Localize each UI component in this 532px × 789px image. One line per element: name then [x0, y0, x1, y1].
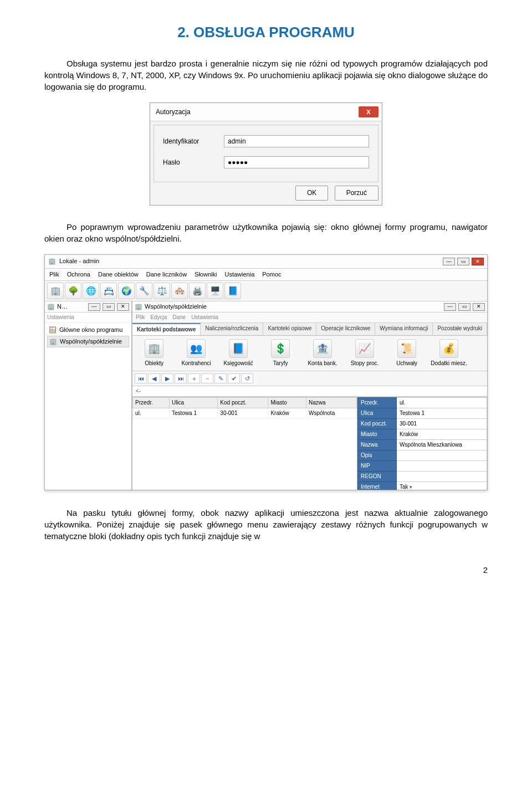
module-icon[interactable]: 🏦Konta bank.	[303, 339, 342, 367]
recnav-button[interactable]: ✎	[214, 373, 227, 383]
recnav-button[interactable]: －	[201, 373, 213, 383]
grid-col-header[interactable]: Kod poczt.	[218, 398, 268, 408]
child-icon: 🏢	[135, 303, 142, 311]
record-navigator: ⏮◀▶⏭＋－✎✔↺	[132, 371, 487, 386]
grid-col-header[interactable]: Nazwa	[306, 398, 356, 408]
child-tabs: Kartoteki podstawoweNaliczenia/rozliczen…	[132, 323, 487, 336]
nav-icon: 🏢	[47, 303, 55, 311]
child-menu-item[interactable]: Ustawienia	[191, 314, 218, 321]
toolbar-icon[interactable]: 🖨️	[189, 283, 206, 299]
toolbar-icon[interactable]: 🏘️	[171, 283, 188, 299]
nav-item[interactable]: 🪟Główne okno programu	[47, 325, 129, 335]
module-icon[interactable]: 📈Stopy proc.	[345, 339, 384, 367]
ok-button[interactable]: OK	[295, 186, 328, 201]
grid-cell: Testowa 1	[169, 408, 217, 419]
property-table[interactable]: Przedr.ul.UlicaTestowa 1Kod poczt.30-001…	[357, 397, 487, 490]
menu-item[interactable]: Plik	[49, 270, 59, 279]
module-icon[interactable]: 🏢Obiekty	[135, 339, 173, 367]
module-icon[interactable]: 📜Uchwały	[387, 339, 426, 367]
child-menu-item[interactable]: Plik	[136, 314, 145, 321]
property-row[interactable]: REGON	[358, 472, 487, 482]
menu-item[interactable]: Ustawienia	[224, 270, 254, 279]
toolbar-icon[interactable]: 🌐	[83, 283, 99, 299]
grid-col-header[interactable]: Miasto	[268, 398, 306, 408]
nav-min-button[interactable]: —	[88, 303, 100, 311]
toolbar-icon[interactable]: 🌳	[65, 283, 81, 299]
tab[interactable]: Pozostałe wydruki	[433, 323, 487, 335]
grid-cell: Wspólnota	[306, 408, 356, 419]
menu-item[interactable]: Słowniki	[195, 270, 217, 279]
grid-cell: 30-001	[218, 408, 268, 419]
tab[interactable]: Wymiana informacji	[375, 323, 433, 335]
tab[interactable]: Kartoteki opisowe	[263, 323, 316, 335]
property-row[interactable]: NIP	[358, 461, 487, 472]
property-row[interactable]: Przedr.ul.	[358, 398, 487, 408]
tab[interactable]: Naliczenia/rozliczenia	[201, 323, 263, 335]
grid-col-header[interactable]: Ulica	[169, 398, 217, 408]
navigator-pane: 🏢 N… — ▭ ✕ Ustawienia 🪟Główne okno progr…	[45, 301, 132, 490]
child-min-button[interactable]: —	[444, 303, 456, 311]
nav-close-button[interactable]: ✕	[117, 303, 129, 311]
auth-dialog-figure: Autoryzacja X Identyfikator Hasło OK Por…	[44, 103, 488, 206]
property-panel: Przedr.ul.UlicaTestowa 1Kod poczt.30-001…	[357, 397, 487, 490]
dialog-titlebar: Autoryzacja X	[150, 103, 382, 121]
module-icon[interactable]: 📘Księgowość	[219, 339, 258, 367]
property-row[interactable]: Kod poczt.30-001	[358, 419, 487, 429]
dialog-body: Identyfikator Hasło	[154, 125, 378, 182]
menu-item[interactable]: Dane obiektów	[98, 270, 139, 279]
toolbar-icon[interactable]: 🖥️	[207, 283, 223, 299]
app-toolbar: 🏢🌳🌐📇🌍🔧⚖️🏘️🖨️🖥️📘	[45, 281, 487, 301]
page-heading: 2. OBSŁUGA PROGRAMU	[44, 22, 488, 42]
child-menu-item[interactable]: Edycja	[150, 314, 167, 321]
paragraph-3: Na pasku tytułu głównej formy, obok nazw…	[44, 507, 488, 542]
grid-table[interactable]: Przedr.UlicaKod poczt.MiastoNazwa ul.Tes…	[132, 397, 357, 419]
app-menu-bar: PlikOchronaDane obiektówDane licznikówSł…	[45, 269, 487, 281]
toolbar-icon[interactable]: ⚖️	[154, 283, 170, 299]
recnav-button[interactable]: ↺	[241, 373, 253, 383]
menu-item[interactable]: Ochrona	[67, 270, 90, 279]
module-icon[interactable]: 👥Kontrahenci	[177, 339, 216, 367]
child-menu-bar: PlikEdycjaDaneUstawienia	[132, 312, 487, 323]
property-row[interactable]: MiastoKraków	[358, 429, 487, 440]
recnav-button[interactable]: ◀	[148, 373, 160, 383]
grid-col-header[interactable]: Przedr.	[133, 398, 170, 408]
child-max-button[interactable]: ▭	[458, 303, 470, 311]
grid-back[interactable]: <-	[132, 386, 487, 397]
menu-item[interactable]: Pomoc	[262, 270, 281, 279]
property-row[interactable]: Opis	[358, 450, 487, 461]
grid-row[interactable]: ul.Testowa 130-001KrakówWspólnota	[133, 408, 357, 419]
recnav-button[interactable]: ⏮	[135, 373, 147, 383]
nav-max-button[interactable]: ▭	[103, 303, 115, 311]
auth-dialog: Autoryzacja X Identyfikator Hasło OK Por…	[150, 103, 382, 206]
recnav-button[interactable]: ＋	[188, 373, 200, 383]
cancel-button[interactable]: Porzuć	[335, 186, 378, 201]
toolbar-icon[interactable]: 📇	[100, 283, 117, 299]
id-input[interactable]	[224, 135, 369, 147]
property-row[interactable]: InternetTak ▾	[358, 482, 487, 490]
password-input[interactable]	[224, 156, 369, 168]
minimize-button[interactable]: —	[443, 258, 455, 265]
app-title-text: Lokale - admin	[59, 257, 99, 265]
recnav-button[interactable]: ⏭	[175, 373, 187, 383]
child-close-button[interactable]: ✕	[473, 303, 485, 311]
nav-title-text: N…	[57, 303, 68, 311]
recnav-button[interactable]: ▶	[161, 373, 173, 383]
toolbar-icon[interactable]: 🔧	[136, 283, 152, 299]
close-button[interactable]: ✕	[472, 258, 484, 265]
dialog-close-button[interactable]: X	[359, 106, 378, 117]
toolbar-icon[interactable]: 🌍	[118, 283, 135, 299]
child-menu-item[interactable]: Dane	[172, 314, 186, 321]
tab[interactable]: Operacje licznikowe	[316, 323, 375, 335]
tab[interactable]: Kartoteki podstawowe	[132, 323, 201, 335]
nav-item[interactable]: 🏢Wspólnoty/spółdzielnie	[47, 336, 129, 347]
module-icon[interactable]: 💰Dodatki miesz.	[429, 339, 468, 367]
recnav-button[interactable]: ✔	[228, 373, 240, 383]
property-row[interactable]: UlicaTestowa 1	[358, 408, 487, 419]
grid-cell: ul.	[133, 408, 170, 419]
menu-item[interactable]: Dane liczników	[146, 270, 187, 279]
maximize-button[interactable]: ▭	[457, 258, 469, 265]
toolbar-icon[interactable]: 🏢	[47, 283, 64, 299]
module-icon[interactable]: 💲Taryfy	[261, 339, 300, 367]
property-row[interactable]: NazwaWspólnota Mieszkaniowa	[358, 440, 487, 450]
toolbar-icon[interactable]: 📘	[224, 283, 241, 299]
